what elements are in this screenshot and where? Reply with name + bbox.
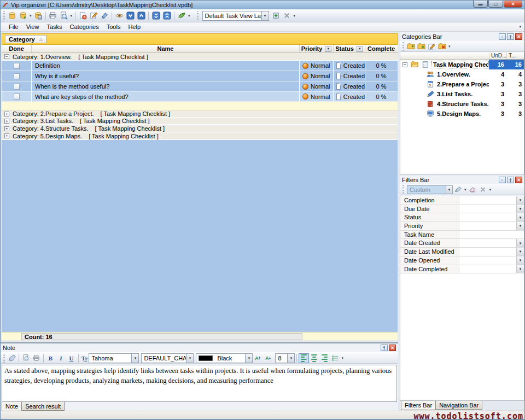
filters-close-button[interactable]: ✕ <box>515 177 522 183</box>
expand-icon[interactable]: + <box>4 119 9 124</box>
bold-button[interactable]: B <box>45 353 56 363</box>
save-note-button[interactable] <box>7 353 17 363</box>
menu-tools[interactable]: Tools <box>103 22 125 31</box>
save-filter-button[interactable] <box>453 185 463 195</box>
filter-dropdown[interactable]: ▼ <box>516 205 524 213</box>
color-combo-dropdown[interactable]: ▼ <box>245 354 252 363</box>
share-button[interactable] <box>176 10 187 21</box>
toolbar-drag-handle-2[interactable] <box>197 11 199 20</box>
save-layout-button[interactable] <box>271 10 282 21</box>
note-pin-button[interactable] <box>381 345 388 351</box>
status-filter-button[interactable]: ▼ <box>357 46 363 52</box>
column-header-total[interactable]: T... <box>506 52 524 59</box>
italic-button[interactable]: I <box>56 353 66 363</box>
expand-icon[interactable]: + <box>4 126 9 131</box>
task-row[interactable]: What are key steps of the method? Normal… <box>2 92 398 102</box>
move-top-button[interactable] <box>161 10 172 21</box>
move-down-button[interactable] <box>125 10 136 21</box>
minimize-button[interactable]: ▬ <box>473 1 488 8</box>
filters-toolbar-dropdown[interactable]: ▾ <box>489 188 492 192</box>
note-print-preview-button[interactable] <box>21 353 31 363</box>
tree-row-structure-tasks[interactable]: 4.Structure Tasks. 3 3 <box>400 99 524 109</box>
new-database-button[interactable] <box>7 10 18 21</box>
filter-value[interactable] <box>459 239 516 247</box>
filters-restore-button[interactable]: ▫ <box>499 177 506 183</box>
move-bottom-button[interactable] <box>150 10 161 21</box>
print-preview-button[interactable] <box>59 10 69 21</box>
bullet-list-button[interactable] <box>330 353 340 363</box>
delete-layout-button[interactable] <box>282 10 293 21</box>
menubar-options-dropdown[interactable]: ▾ <box>519 25 521 29</box>
expand-icon[interactable]: + <box>4 112 9 116</box>
menu-categories[interactable]: Categories <box>66 22 103 31</box>
align-right-button[interactable] <box>319 353 330 363</box>
underline-button[interactable]: U <box>66 353 77 363</box>
toolbar-drag-handle[interactable] <box>3 11 5 20</box>
edit-task-button[interactable] <box>88 10 99 21</box>
filter-value[interactable] <box>459 205 516 213</box>
layout-combo-dropdown[interactable]: ▼ <box>261 11 269 20</box>
group-row-design-maps[interactable]: + Category: 5.Design Maps. [ Task Mappin… <box>2 132 398 140</box>
note-toolbar-handle[interactable] <box>3 354 5 363</box>
filter-dropdown[interactable]: ▼ <box>516 248 524 256</box>
filter-dropdown[interactable]: ▼ <box>516 213 524 221</box>
font-size-dropdown[interactable]: ▼ <box>287 354 294 363</box>
column-header-name[interactable]: Name <box>32 45 300 52</box>
note-close-button[interactable]: ✕ <box>389 345 396 351</box>
column-header-priority[interactable]: Priority▼ <box>300 45 334 52</box>
print-dropdown[interactable]: ▾ <box>71 14 73 18</box>
new-task-button[interactable] <box>77 10 88 21</box>
font-combo-dropdown[interactable]: ▼ <box>131 354 138 363</box>
filter-value[interactable] <box>459 248 516 256</box>
save-database-button[interactable] <box>33 10 44 21</box>
font-grow-button[interactable]: A <box>253 353 263 363</box>
align-left-button[interactable] <box>299 353 309 363</box>
collapse-icon[interactable]: − <box>4 54 9 59</box>
view-button[interactable] <box>114 10 125 21</box>
filter-value[interactable] <box>459 222 516 230</box>
filter-dropdown[interactable]: ▼ <box>516 222 524 230</box>
filter-value[interactable] <box>459 231 524 239</box>
font-shrink-button[interactable]: A <box>263 353 273 363</box>
column-header-done[interactable]: Done <box>2 45 32 52</box>
filter-value[interactable] <box>459 265 516 273</box>
filter-dropdown[interactable]: ▼ <box>516 196 524 205</box>
tree-row-root[interactable]: − Task Mapping Checklist 16 16 <box>400 60 524 69</box>
delete-task-button[interactable] <box>99 10 110 21</box>
tree-row-list-tasks[interactable]: 3.List Tasks. 3 3 <box>400 89 524 99</box>
tree-row-design-maps[interactable]: 5.Design Maps. 3 3 <box>400 109 524 119</box>
print-button[interactable] <box>48 10 59 21</box>
note-text-area[interactable]: As stated above, mapping strategies help… <box>2 365 397 402</box>
task-row[interactable]: Why is it useful? Normal Created 0 % <box>2 71 398 81</box>
column-header-undone[interactable]: UnD... <box>489 52 506 59</box>
task-row[interactable]: Definition Normal Created 0 % <box>2 61 398 71</box>
done-checkbox[interactable] <box>14 84 20 90</box>
menu-view[interactable]: View <box>22 22 43 31</box>
close-button[interactable]: ✕ <box>504 1 522 8</box>
filters-toolbar-handle[interactable] <box>402 185 404 194</box>
tab-navigation-bar[interactable]: Navigation Bar <box>435 401 482 410</box>
layout-toolbar-dropdown[interactable]: ▾ <box>294 14 296 18</box>
collapse-icon[interactable]: − <box>402 62 407 67</box>
delete-category-button[interactable] <box>437 42 447 51</box>
charset-combo-dropdown[interactable]: ▼ <box>186 354 193 363</box>
open-database-dropdown[interactable]: ▾ <box>30 14 32 18</box>
column-header-status[interactable]: Status▼ <box>334 45 365 52</box>
tab-note[interactable]: Note <box>2 402 22 411</box>
add-category-button[interactable] <box>406 42 416 51</box>
tab-search-result[interactable]: Search result <box>21 402 65 411</box>
tab-filters-bar[interactable]: Filters Bar <box>401 401 436 410</box>
categories-toolbar-dropdown[interactable]: ▾ <box>448 44 451 49</box>
done-checkbox[interactable] <box>14 73 20 79</box>
delete-filter-button[interactable] <box>478 185 488 195</box>
note-toolbar-dropdown[interactable]: ▾ <box>341 356 343 360</box>
group-row-structure-tasks[interactable]: + Category: 4.Structure Tasks. [ Task Ma… <box>2 125 398 132</box>
filter-preset-dropdown[interactable]: ▼ <box>446 186 452 194</box>
save-filter-dropdown[interactable]: ▾ <box>464 188 466 192</box>
open-database-button[interactable] <box>18 10 28 21</box>
task-row[interactable]: When is the method useful? Normal Create… <box>2 81 398 92</box>
filter-dropdown[interactable]: ▼ <box>516 239 524 247</box>
filter-dropdown[interactable]: ▼ <box>516 256 524 265</box>
categories-close-button[interactable]: ✕ <box>515 33 522 40</box>
filter-value[interactable] <box>459 213 516 221</box>
